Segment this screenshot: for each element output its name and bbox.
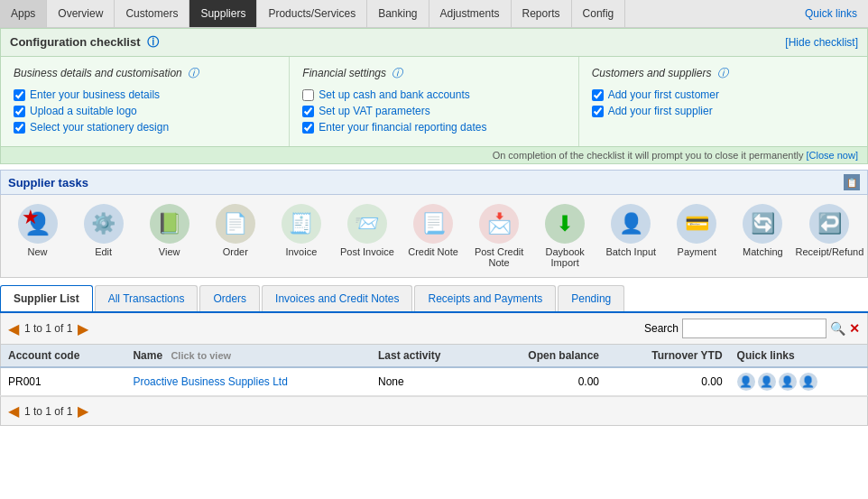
close-now-link[interactable]: [Close now]: [807, 150, 858, 161]
checklist-link-2[interactable]: Select your stationery design: [30, 121, 169, 134]
checklist-link-f0[interactable]: Set up cash and bank accounts: [319, 88, 469, 101]
task-daybook-label: Daybook Import: [534, 246, 596, 268]
nav-config[interactable]: Config: [572, 0, 626, 27]
cell-name: Proactive Business Supplies Ltd: [125, 367, 371, 396]
task-post-credit-note[interactable]: 📩 Post Credit Note: [466, 200, 532, 272]
search-button[interactable]: 🔍: [830, 321, 845, 336]
task-view[interactable]: 📗 View: [136, 200, 202, 272]
task-invoice[interactable]: 🧾 Invoice: [268, 200, 334, 272]
nav-customers[interactable]: Customers: [115, 0, 189, 27]
task-order-icon: 📄: [216, 204, 255, 244]
tab-bar: Supplier List All Transactions Orders In…: [0, 285, 868, 313]
task-order-label: Order: [223, 246, 248, 257]
checklist-link-c1[interactable]: Add your first supplier: [608, 105, 713, 117]
financial-info-icon[interactable]: ⓘ: [392, 67, 402, 79]
task-receipt-refund[interactable]: ↩️ Receipt/Refund: [796, 200, 863, 272]
checklist-item-f0: Set up cash and bank accounts: [302, 88, 565, 101]
checklist-check-c0[interactable]: [592, 89, 604, 101]
checklist-check-c1[interactable]: [592, 106, 604, 117]
task-post-invoice[interactable]: 📨 Post Invoice: [334, 200, 400, 272]
cell-open-balance: 0.00: [483, 367, 606, 396]
checklist-col-financial-title: Financial settings ⓘ: [302, 66, 565, 81]
business-info-icon[interactable]: ⓘ: [188, 67, 199, 79]
col-last-activity: Last activity: [371, 345, 483, 367]
col-name: Name Click to view: [125, 345, 371, 367]
checklist-link-0[interactable]: Enter your business details: [30, 88, 160, 101]
nav-products-services[interactable]: Products/Services: [257, 0, 367, 27]
checklist-col-business-title: Business details and customisation ⓘ: [14, 66, 276, 81]
nav-reports[interactable]: Reports: [512, 0, 572, 27]
cell-quick-links: 👤 👤 👤 👤: [730, 367, 868, 396]
list-controls-bottom: ◀ 1 to 1 of 1 ▶: [0, 396, 868, 426]
next-page-bottom-button[interactable]: ▶: [78, 402, 88, 420]
page-info-top: 1 to 1 of 1: [24, 322, 72, 335]
supplier-name-link[interactable]: Proactive Business Supplies Ltd: [133, 375, 287, 388]
nav-adjustments[interactable]: Adjustments: [429, 0, 512, 27]
nav-suppliers[interactable]: Suppliers: [189, 0, 257, 27]
task-credit-note-icon: 📃: [413, 204, 453, 244]
checklist-item-c1: Add your first supplier: [592, 105, 854, 117]
col-account-code: Account code: [1, 345, 126, 367]
hide-checklist-button[interactable]: [Hide checklist]: [785, 36, 858, 49]
task-batch-input[interactable]: 👤 Batch Input: [598, 200, 664, 272]
ql-icon-1[interactable]: 👤: [737, 373, 755, 391]
nav-overview[interactable]: Overview: [47, 0, 115, 27]
pagination-bottom: ◀ 1 to 1 of 1 ▶: [8, 402, 88, 420]
checklist-link-f1[interactable]: Set up VAT parameters: [319, 105, 429, 117]
table-header-row: Account code Name Click to view Last act…: [1, 345, 868, 367]
task-matching-icon: 🔄: [743, 204, 782, 244]
task-order[interactable]: 📄 Order: [202, 200, 268, 272]
prev-page-button[interactable]: ◀: [8, 320, 19, 337]
tab-all-transactions[interactable]: All Transactions: [95, 285, 199, 311]
clear-search-button[interactable]: ✕: [849, 321, 860, 336]
star-icon: ★: [22, 206, 40, 229]
task-edit[interactable]: ⚙️ Edit: [70, 200, 136, 272]
ql-icon-4[interactable]: 👤: [799, 373, 817, 391]
checklist-check-2[interactable]: [14, 122, 25, 134]
checklist-check-f0[interactable]: [302, 89, 314, 101]
task-daybook-import[interactable]: ⬇ Daybook Import: [532, 200, 598, 272]
tab-supplier-list[interactable]: Supplier List: [0, 285, 93, 311]
task-matching[interactable]: 🔄 Matching: [730, 200, 796, 272]
tab-pending[interactable]: Pending: [558, 285, 624, 311]
task-view-label: View: [159, 246, 180, 257]
checklist-check-f1[interactable]: [302, 106, 314, 117]
task-new[interactable]: ★ 👤 New: [5, 200, 70, 272]
task-payment[interactable]: 💳 Payment: [664, 200, 730, 272]
checklist-check-0[interactable]: [14, 89, 25, 101]
tab-invoices-credit-notes[interactable]: Invoices and Credit Notes: [262, 285, 412, 311]
checklist-footer: On completion of the checklist it will p…: [0, 147, 868, 164]
task-credit-note[interactable]: 📃 Credit Note: [400, 200, 466, 272]
checklist-link-f2[interactable]: Enter your financial reporting dates: [319, 121, 486, 134]
nav-apps[interactable]: Apps: [0, 0, 47, 27]
checklist-check-1[interactable]: [14, 106, 25, 117]
tab-orders[interactable]: Orders: [199, 285, 260, 311]
tasks-action-icon[interactable]: 📋: [844, 174, 860, 190]
checklist-item-2: Select your stationery design: [14, 121, 276, 134]
col-open-balance: Open balance: [483, 345, 606, 367]
task-icons-container: ★ 👤 New ⚙️ Edit 📗 View 📄 Order 🧾 Invoice…: [0, 195, 868, 278]
checklist-info-icon[interactable]: ⓘ: [147, 35, 159, 49]
tasks-bar: Supplier tasks 📋: [0, 170, 868, 195]
nav-banking[interactable]: Banking: [367, 0, 429, 27]
task-batch-icon: 👤: [611, 204, 651, 244]
next-page-button[interactable]: ▶: [78, 320, 88, 337]
checklist-col-customers-title: Customers and suppliers ⓘ: [592, 66, 854, 81]
checklist-link-c0[interactable]: Add your first customer: [608, 88, 719, 101]
customers-info-icon[interactable]: ⓘ: [717, 67, 728, 79]
checklist-col-customers: Customers and suppliers ⓘ Add your first…: [579, 57, 867, 146]
checklist-link-1[interactable]: Upload a suitable logo: [30, 105, 137, 117]
task-view-icon: 📗: [150, 204, 189, 244]
prev-page-bottom-button[interactable]: ◀: [8, 402, 19, 420]
tasks-title: Supplier tasks: [8, 176, 88, 189]
quick-links-button[interactable]: Quick links: [794, 0, 868, 27]
list-controls-top: ◀ 1 to 1 of 1 ▶ Search 🔍 ✕: [0, 313, 868, 345]
checklist-item-f1: Set up VAT parameters: [302, 105, 565, 117]
tab-receipts-payments[interactable]: Receipts and Payments: [414, 285, 556, 311]
checklist-check-f2[interactable]: [302, 122, 314, 134]
pagination-top: ◀ 1 to 1 of 1 ▶: [8, 320, 88, 337]
search-input[interactable]: [682, 319, 826, 338]
ql-icon-2[interactable]: 👤: [758, 373, 776, 391]
ql-icon-3[interactable]: 👤: [779, 373, 797, 391]
top-navigation: Apps Overview Customers Suppliers Produc…: [0, 0, 868, 28]
